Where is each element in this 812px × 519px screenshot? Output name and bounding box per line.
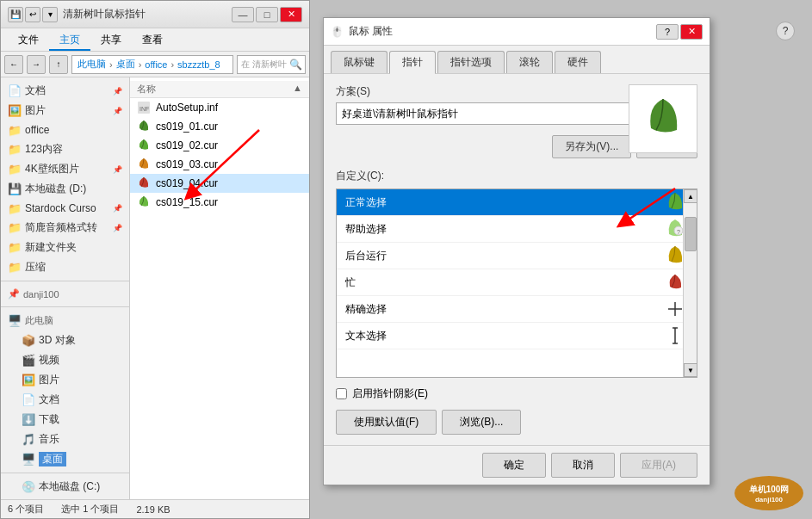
- dialog-bottom-buttons: 确定 取消 应用(A): [324, 445, 710, 485]
- cursor-item-text[interactable]: 文本选择: [337, 323, 697, 349]
- explorer-title-bar: 💾 ↩ ▾ 清新树叶鼠标指针 — □ ✕: [1, 1, 309, 28]
- sidebar-label: 图片: [39, 373, 59, 387]
- sidebar-item-123[interactable]: 📁 123内容: [1, 139, 129, 159]
- sidebar-item-audio[interactable]: 📁 简鹿音频格式转 📌: [1, 218, 129, 238]
- path-office[interactable]: office: [145, 59, 167, 70]
- save-as-button[interactable]: 另存为(V)...: [552, 135, 631, 158]
- list-scrollbar: ▲ ▼: [683, 189, 697, 377]
- tab-file[interactable]: 文件: [8, 28, 49, 51]
- sidebar-label: 新建文件夹: [25, 240, 77, 255]
- tab-scroll[interactable]: 滚轮: [506, 51, 553, 73]
- dialog-help-button[interactable]: ?: [656, 24, 679, 40]
- sidebar-item-compress[interactable]: 📁 压缩: [1, 257, 129, 277]
- sidebar-item-pictures[interactable]: 🖼️ 图片 📌: [1, 101, 129, 120]
- folder-icon: 📁: [8, 241, 22, 255]
- cancel-button[interactable]: 取消: [551, 453, 615, 478]
- sidebar-section-danji: 📌 danji100: [1, 285, 129, 303]
- sidebar-item-desktop[interactable]: 🖥️ 桌面: [1, 449, 129, 469]
- sidebar-item-images[interactable]: 🖼️ 图片: [1, 370, 129, 390]
- forward-button[interactable]: →: [27, 55, 46, 74]
- tab-pointer[interactable]: 指针: [389, 51, 436, 74]
- file-item-cs04[interactable]: cs019_04.cur: [130, 174, 309, 193]
- browse-button[interactable]: 浏览(B)...: [442, 410, 521, 435]
- sidebar-label: 文档: [25, 83, 46, 98]
- apply-button[interactable]: 应用(A): [620, 453, 697, 478]
- path-folder[interactable]: sbzzztb_8: [177, 59, 220, 70]
- ok-button[interactable]: 确定: [482, 453, 546, 478]
- sidebar-label: 压缩: [25, 260, 46, 275]
- back-button[interactable]: ←: [4, 55, 23, 74]
- tab-mouse-keys[interactable]: 鼠标键: [331, 51, 387, 73]
- shadow-checkbox[interactable]: [336, 388, 347, 399]
- desktop-icon: 🖥️: [22, 453, 35, 466]
- cursor-list: 正常选择 帮助选择 ?: [336, 188, 697, 378]
- sidebar-item-stardock[interactable]: 📁 Stardock Curso 📌: [1, 199, 129, 218]
- sidebar-item-docs[interactable]: 📄 文档: [1, 390, 129, 410]
- sidebar-label: 音乐: [39, 432, 59, 447]
- group-label: 此电脑: [25, 314, 53, 327]
- sidebar-item-3d[interactable]: 📦 3D 对象: [1, 331, 129, 350]
- undo-icon[interactable]: ↩: [25, 7, 40, 22]
- cursor-label: 帮助选择: [345, 222, 387, 237]
- cursor-item-help[interactable]: 帮助选择 ?: [337, 216, 697, 243]
- music-icon: 🎵: [22, 433, 35, 447]
- scroll-up-button[interactable]: ▲: [684, 189, 697, 203]
- scroll-thumb[interactable]: [685, 217, 697, 251]
- sidebar-item-video[interactable]: 🎬 视频: [1, 350, 129, 370]
- sidebar-item-newfolder[interactable]: 📁 新建文件夹: [1, 238, 129, 257]
- close-button[interactable]: ✕: [280, 7, 302, 22]
- file-name: cs019_04.cur: [156, 177, 218, 189]
- search-box[interactable]: 在 清新树叶 中搜索 🔍: [237, 55, 306, 74]
- file-name: cs019_03.cur: [156, 158, 218, 170]
- sidebar-label: 4K壁纸图片: [25, 162, 79, 176]
- sort-arrow: ▲: [293, 83, 302, 96]
- cursor-item-busy[interactable]: 忙: [337, 269, 697, 296]
- file-item-cs03[interactable]: cs019_03.cur: [130, 155, 309, 174]
- status-bar: 6 个项目 选中 1 个项目 2.19 KB: [1, 499, 309, 518]
- file-item-autosetup[interactable]: INF AutoSetup.inf: [130, 98, 309, 117]
- cursor-item-precision[interactable]: 精确选择: [337, 296, 697, 323]
- sidebar-item-music[interactable]: 🎵 音乐: [1, 429, 129, 449]
- address-path[interactable]: 此电脑 › 桌面 › office › sbzzztb_8: [71, 55, 233, 74]
- file-list: 名称 ▲ INF AutoSetup.inf: [130, 77, 309, 499]
- sidebar-item-4k[interactable]: 📁 4K壁纸图片 📌: [1, 159, 129, 179]
- file-name: AutoSetup.inf: [156, 102, 218, 114]
- folder-icon: 📁: [8, 261, 22, 275]
- file-item-cs15[interactable]: cs019_15.cur: [130, 193, 309, 212]
- sidebar-item-documents[interactable]: 📄 文档 📌: [1, 81, 129, 101]
- maximize-button[interactable]: □: [256, 7, 278, 22]
- path-desktop[interactable]: 桌面: [116, 58, 135, 71]
- dialog-controls: ? ✕: [656, 24, 703, 40]
- dropdown-arrow-icon[interactable]: ▾: [42, 7, 58, 22]
- tab-hardware[interactable]: 硬件: [555, 51, 601, 73]
- group-label: danji100: [23, 289, 59, 300]
- file-item-cs02[interactable]: cs019_02.cur: [130, 136, 309, 155]
- cursor-item-normal[interactable]: 正常选择: [337, 189, 697, 216]
- file-name: cs019_01.cur: [156, 120, 218, 133]
- tab-view[interactable]: 查看: [132, 28, 173, 51]
- download-icon: ⬇️: [22, 413, 35, 427]
- sidebar-item-download[interactable]: ⬇️ 下载: [1, 410, 129, 429]
- dialog-close-button[interactable]: ✕: [680, 24, 703, 40]
- sidebar-item-disk-d[interactable]: 💾 本地磁盘 (D:): [1, 179, 129, 199]
- up-button[interactable]: ↑: [49, 55, 68, 74]
- sidebar-item-office[interactable]: 📁 office: [1, 120, 129, 139]
- file-item-cs01[interactable]: cs019_01.cur: [130, 117, 309, 136]
- tab-share[interactable]: 共享: [90, 28, 132, 51]
- disk-icon: 💾: [8, 182, 22, 196]
- tab-pointer-options[interactable]: 指针选项: [437, 51, 505, 73]
- disk-c-icon: 💿: [22, 480, 35, 494]
- minimize-button[interactable]: —: [232, 7, 254, 22]
- pin-icon: 📌: [113, 204, 122, 213]
- ribbon: 文件 主页 共享 查看: [1, 28, 309, 52]
- tab-home[interactable]: 主页: [49, 28, 90, 51]
- help-button[interactable]: ?: [776, 22, 795, 40]
- cursor-item-background[interactable]: 后台运行: [337, 243, 697, 269]
- pc-icon: 🖥️: [8, 314, 22, 327]
- save-icon[interactable]: 💾: [8, 7, 23, 22]
- default-button[interactable]: 使用默认值(F): [336, 410, 437, 435]
- separator: [1, 306, 129, 307]
- sidebar-item-disk-c[interactable]: 💿 本地磁盘 (C:): [1, 477, 129, 497]
- path-computer[interactable]: 此电脑: [77, 58, 106, 71]
- scroll-down-button[interactable]: ▼: [684, 363, 697, 377]
